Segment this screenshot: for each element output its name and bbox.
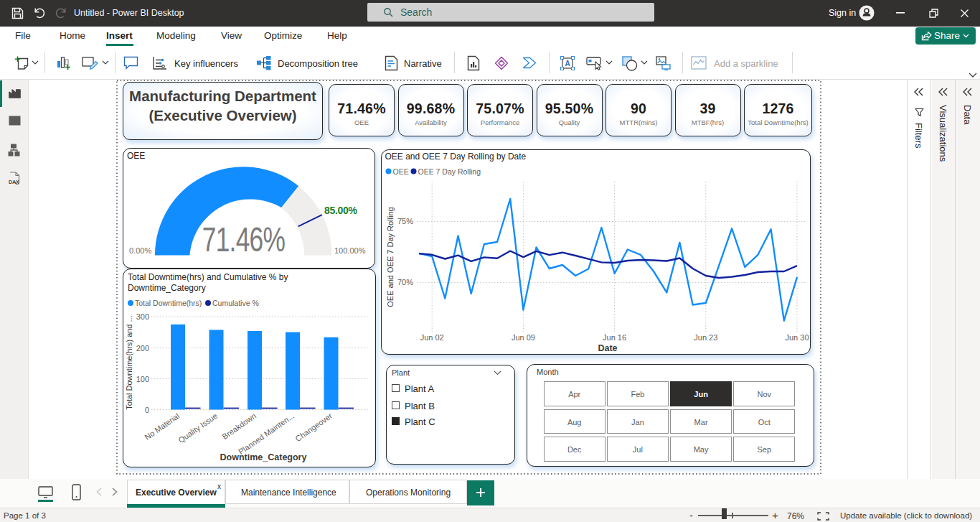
svg-text:300: 300 [136, 312, 149, 321]
svg-text:OEE and OEE 7 Day Rolling: OEE and OEE 7 Day Rolling [386, 207, 395, 307]
svg-text:Total Downtime(hrs) and ...: Total Downtime(hrs) and ... [125, 315, 133, 409]
svg-text:Breakdown: Breakdown [220, 411, 258, 441]
svg-text:No Material: No Material [143, 411, 181, 442]
svg-text:Jun 02: Jun 02 [420, 333, 444, 342]
svg-text:Jun 23: Jun 23 [694, 333, 717, 342]
svg-text:Cumulative %: Cumulative % [212, 299, 259, 307]
svg-text:0: 0 [145, 406, 149, 414]
svg-text:100: 100 [136, 375, 149, 383]
svg-text:A: A [565, 60, 570, 67]
svg-text:Downtime_Category: Downtime_Category [220, 452, 307, 462]
svg-text:Jun 30: Jun 30 [785, 333, 809, 342]
svg-text:DAX: DAX [9, 180, 19, 185]
svg-text:200: 200 [136, 344, 149, 353]
svg-text:Date: Date [598, 343, 617, 353]
svg-text:Jun 09: Jun 09 [512, 333, 535, 342]
svg-text:Total Downtime(hrs): Total Downtime(hrs) [135, 299, 202, 307]
svg-text:OEE 7 Day Rolling: OEE 7 Day Rolling [418, 167, 481, 176]
svg-text:OEE: OEE [393, 167, 409, 176]
svg-text:Jun 16: Jun 16 [603, 333, 626, 342]
svg-text:Quality Issue: Quality Issue [176, 411, 219, 444]
svg-text:75%: 75% [397, 217, 413, 225]
svg-text:70%: 70% [397, 278, 413, 286]
svg-text:Changeover: Changeover [293, 411, 334, 443]
